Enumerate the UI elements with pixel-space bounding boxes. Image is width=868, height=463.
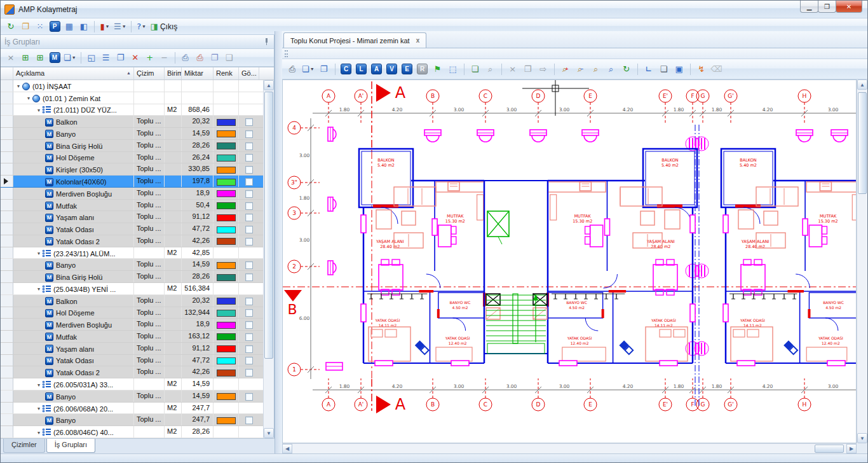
show-checkbox[interactable] bbox=[245, 298, 253, 305]
drawing-vertical-scrollbar[interactable]: ▲ ▼ bbox=[857, 79, 867, 443]
scroll-thumb[interactable] bbox=[815, 445, 844, 453]
show-checkbox[interactable] bbox=[245, 142, 253, 150]
zoom-window-button[interactable]: ⌕ bbox=[605, 63, 618, 76]
table-row[interactable]: MMutfakToplu ...50,4 bbox=[1, 200, 263, 212]
table-row[interactable]: MBina Giriş HolüToplu ...28,26 bbox=[1, 140, 263, 152]
column-header-g[interactable]: Gö... bbox=[239, 67, 259, 79]
import-page-button[interactable]: ❏▼ bbox=[63, 52, 77, 64]
image-export-button[interactable]: ❏ bbox=[469, 63, 482, 76]
panel-splitter[interactable] bbox=[275, 31, 282, 453]
show-checkbox[interactable] bbox=[245, 369, 253, 377]
layout-grid-button[interactable]: ⁙ bbox=[34, 20, 46, 33]
description-cell[interactable]: MHol Döşeme bbox=[13, 307, 134, 319]
drawing-window-button[interactable]: ◧ bbox=[78, 20, 90, 33]
copy-pages-button[interactable]: ❐ bbox=[318, 63, 330, 76]
description-cell[interactable]: MKirişler (30x50) bbox=[13, 163, 134, 175]
show-checkbox[interactable] bbox=[245, 273, 253, 281]
table-row[interactable]: MHol DöşemeToplu ...26,24 bbox=[1, 152, 263, 164]
list-options-dropdown-icon[interactable]: ▼ bbox=[122, 24, 126, 29]
table-row[interactable]: MYatak Odası 2Toplu ...42,26 bbox=[1, 235, 263, 247]
table-row[interactable]: ▾(21.011) DÜZ YÜZ...M2868,46 bbox=[1, 104, 263, 116]
calculator-button[interactable]: ▦ bbox=[63, 20, 76, 33]
expand-collapse-icon[interactable]: ▾ bbox=[25, 95, 32, 101]
layer-l-button[interactable]: L bbox=[355, 63, 368, 76]
color-swatch[interactable] bbox=[217, 142, 236, 149]
metraj-button[interactable]: M bbox=[48, 52, 61, 64]
column-header-birim[interactable]: Birim bbox=[165, 67, 182, 79]
description-cell[interactable]: ▾(25.043/4B) YENİ ... bbox=[13, 283, 134, 294]
flag-button[interactable]: ⚑ bbox=[431, 63, 444, 76]
search-button[interactable]: ⌕ bbox=[484, 63, 497, 76]
table-row[interactable]: MYatak OdasıToplu ...47,72 bbox=[1, 223, 263, 235]
minimize-button[interactable]: ▁ bbox=[800, 1, 818, 13]
table-row[interactable]: ▾(26.005/031A) 33...M214,59 bbox=[1, 378, 263, 390]
help-dropdown-icon[interactable]: ▼ bbox=[142, 24, 146, 29]
description-cell[interactable]: ▾(26.008/046C) 40... bbox=[13, 426, 134, 438]
scroll-thumb[interactable] bbox=[858, 92, 867, 194]
description-cell[interactable]: ▾(21.011) DÜZ YÜZ... bbox=[13, 104, 134, 116]
description-cell[interactable]: ▾(26.005/031A) 33... bbox=[13, 378, 134, 390]
table-row[interactable]: ▾(01) İNŞAAT bbox=[1, 80, 263, 92]
color-swatch[interactable] bbox=[217, 298, 236, 305]
scroll-left-button[interactable]: ◀ bbox=[282, 444, 292, 453]
zoom-in-button[interactable]: ⌕+ bbox=[559, 63, 572, 76]
layer-a-button[interactable]: A bbox=[370, 63, 383, 76]
description-cell[interactable]: MBanyo bbox=[13, 414, 134, 425]
table-row[interactable]: MHol DöşemeToplu ...132,944 bbox=[1, 307, 263, 319]
layer-e-button[interactable]: E bbox=[401, 63, 414, 76]
bottom-tab-igruplar[interactable]: İş Grupları bbox=[46, 439, 95, 453]
description-cell[interactable]: MHol Döşeme bbox=[13, 152, 134, 163]
fit-window-button[interactable]: ▣ bbox=[673, 63, 686, 76]
description-cell[interactable]: MBalkon bbox=[13, 295, 134, 307]
description-cell[interactable]: MBina Giriş Holü bbox=[13, 140, 134, 151]
scroll-down-button[interactable]: ▼ bbox=[857, 433, 867, 443]
table-row[interactable]: MYatak OdasıToplu ...47,72 bbox=[1, 355, 263, 367]
sync-button[interactable]: ↯ bbox=[695, 63, 708, 76]
grip-icon[interactable] bbox=[285, 50, 288, 57]
book-dropdown-icon[interactable]: ▼ bbox=[105, 24, 110, 29]
list-options-button[interactable]: ☰▼ bbox=[113, 20, 127, 33]
color-swatch[interactable] bbox=[217, 202, 236, 209]
description-cell[interactable]: MBanyo bbox=[13, 390, 134, 402]
table-row[interactable]: MBanyoToplu ...247,7 bbox=[1, 414, 263, 426]
table-row[interactable]: MBanyoToplu ...14,59 bbox=[1, 390, 263, 403]
description-cell[interactable]: MYatak Odası 2 bbox=[13, 366, 134, 378]
column-header-miktar[interactable]: Miktar bbox=[182, 67, 214, 79]
color-swatch[interactable] bbox=[217, 167, 236, 174]
color-swatch[interactable] bbox=[217, 262, 236, 269]
show-checkbox[interactable] bbox=[245, 345, 253, 353]
axis-button[interactable]: ∟ bbox=[642, 63, 655, 76]
floor-plan-canvas[interactable]: AA'BCDEE'FGG'H1.804.203.003.003.004.201.… bbox=[282, 79, 857, 443]
description-cell[interactable]: MYatak Odası bbox=[13, 355, 134, 366]
delete-item-button[interactable]: ✕ bbox=[129, 52, 142, 64]
color-swatch[interactable] bbox=[217, 190, 236, 197]
scroll-up-button[interactable]: ▲ bbox=[857, 79, 867, 90]
import-page-dropdown-icon[interactable]: ▼ bbox=[72, 55, 76, 60]
show-checkbox[interactable] bbox=[245, 417, 253, 424]
description-cell[interactable]: MMerdiven Boşluğu bbox=[13, 188, 134, 199]
color-swatch[interactable] bbox=[217, 417, 236, 424]
show-checkbox[interactable] bbox=[245, 309, 253, 317]
table-row[interactable]: ▾(23.243/11) ALÜM...M242,85 bbox=[1, 247, 263, 259]
color-swatch[interactable] bbox=[217, 274, 236, 281]
description-cell[interactable]: MBalkon bbox=[13, 116, 134, 127]
zoom-out-button[interactable]: ⌕− bbox=[574, 63, 587, 76]
delete-button[interactable]: × bbox=[506, 63, 519, 76]
table-row[interactable]: ▾(26.008/046C) 40...M228,26 bbox=[1, 426, 263, 438]
color-swatch[interactable] bbox=[217, 370, 236, 377]
color-swatch[interactable] bbox=[217, 322, 236, 329]
table-row[interactable]: MYatak Odası 2Toplu ...42,26 bbox=[1, 366, 263, 378]
description-cell[interactable]: MYatak Odası 2 bbox=[13, 235, 134, 247]
expand-collapse-icon[interactable]: ▾ bbox=[35, 251, 43, 256]
go-next-button[interactable]: ⇨ bbox=[537, 63, 550, 76]
table-row[interactable]: MMutfakToplu ...163,12 bbox=[1, 331, 263, 343]
list-view-button[interactable]: ☰ bbox=[100, 52, 112, 64]
show-checkbox[interactable] bbox=[245, 154, 253, 162]
close-button[interactable]: ✕ bbox=[836, 1, 862, 13]
add-subgroup-button[interactable]: ⊞ bbox=[34, 52, 46, 64]
description-cell[interactable]: MYaşam alanı bbox=[13, 343, 134, 354]
color-swatch[interactable] bbox=[217, 333, 236, 340]
show-checkbox[interactable] bbox=[245, 202, 253, 210]
show-checkbox[interactable] bbox=[245, 118, 253, 126]
description-cell[interactable]: MKolonlar(40X60) bbox=[13, 176, 134, 187]
